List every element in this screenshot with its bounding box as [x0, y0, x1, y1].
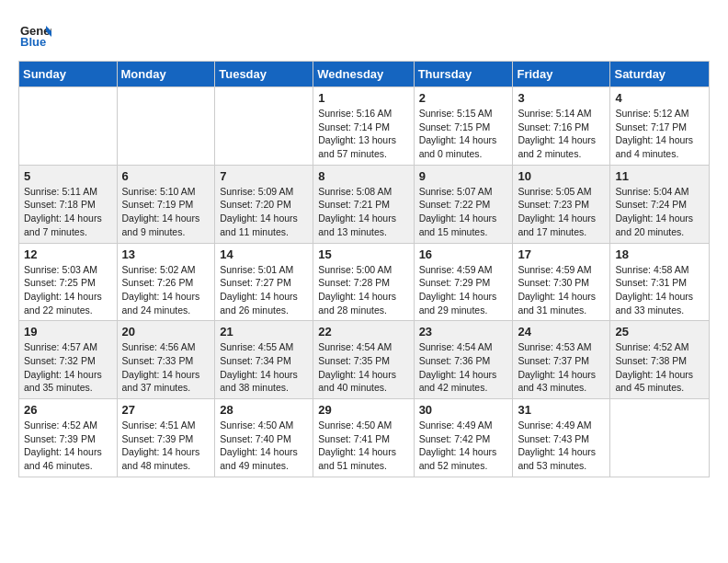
calendar-week-row: 1Sunrise: 5:16 AMSunset: 7:14 PMDaylight… [19, 87, 710, 166]
day-info: Sunrise: 4:53 AMSunset: 7:37 PMDaylight:… [518, 340, 605, 395]
calendar-cell: 11Sunrise: 5:04 AMSunset: 7:24 PMDayligh… [610, 165, 710, 243]
day-number: 31 [518, 403, 605, 417]
calendar-cell: 14Sunrise: 5:01 AMSunset: 7:27 PMDayligh… [215, 243, 313, 321]
svg-text:Blue: Blue [20, 35, 46, 49]
day-number: 7 [220, 169, 308, 183]
day-number: 24 [518, 325, 605, 339]
day-info: Sunrise: 4:52 AMSunset: 7:39 PMDaylight:… [24, 419, 112, 473]
day-info: Sunrise: 4:49 AMSunset: 7:43 PMDaylight:… [518, 419, 605, 473]
calendar-cell: 26Sunrise: 4:52 AMSunset: 7:39 PMDayligh… [19, 399, 118, 477]
day-number: 10 [518, 169, 605, 183]
calendar-cell: 29Sunrise: 4:50 AMSunset: 7:41 PMDayligh… [313, 399, 414, 477]
calendar-cell: 15Sunrise: 5:00 AMSunset: 7:28 PMDayligh… [313, 243, 414, 321]
calendar-cell: 16Sunrise: 4:59 AMSunset: 7:29 PMDayligh… [414, 243, 513, 321]
calendar-cell: 27Sunrise: 4:51 AMSunset: 7:39 PMDayligh… [117, 399, 215, 477]
calendar-cell: 21Sunrise: 4:55 AMSunset: 7:34 PMDayligh… [215, 321, 313, 399]
calendar-cell: 22Sunrise: 4:54 AMSunset: 7:35 PMDayligh… [313, 321, 414, 399]
day-number: 29 [318, 403, 408, 417]
day-info: Sunrise: 5:04 AMSunset: 7:24 PMDaylight:… [615, 185, 704, 239]
day-info: Sunrise: 5:08 AMSunset: 7:21 PMDaylight:… [318, 185, 408, 239]
calendar-cell: 23Sunrise: 4:54 AMSunset: 7:36 PMDayligh… [414, 321, 513, 399]
day-number: 14 [220, 247, 308, 261]
calendar-header-row: SundayMondayTuesdayWednesdayThursdayFrid… [19, 62, 710, 87]
calendar-cell: 3Sunrise: 5:14 AMSunset: 7:16 PMDaylight… [513, 87, 610, 166]
day-number: 12 [24, 247, 112, 261]
day-info: Sunrise: 5:05 AMSunset: 7:23 PMDaylight:… [518, 185, 605, 239]
day-number: 15 [318, 247, 408, 261]
day-info: Sunrise: 5:03 AMSunset: 7:25 PMDaylight:… [24, 263, 112, 317]
day-number: 20 [122, 325, 210, 339]
day-info: Sunrise: 5:09 AMSunset: 7:20 PMDaylight:… [220, 185, 308, 239]
day-number: 4 [615, 91, 704, 105]
day-info: Sunrise: 5:10 AMSunset: 7:19 PMDaylight:… [122, 185, 210, 239]
day-info: Sunrise: 5:02 AMSunset: 7:26 PMDaylight:… [122, 263, 210, 317]
page-header: General Blue [18, 18, 710, 52]
calendar-cell: 20Sunrise: 4:56 AMSunset: 7:33 PMDayligh… [117, 321, 215, 399]
calendar-table: SundayMondayTuesdayWednesdayThursdayFrid… [18, 61, 710, 477]
calendar-cell: 6Sunrise: 5:10 AMSunset: 7:19 PMDaylight… [117, 165, 215, 243]
day-number: 25 [615, 325, 704, 339]
day-info: Sunrise: 4:50 AMSunset: 7:40 PMDaylight:… [220, 419, 308, 473]
weekday-header: Wednesday [313, 62, 414, 87]
calendar-cell [19, 87, 118, 166]
calendar-cell [610, 399, 710, 477]
calendar-cell: 31Sunrise: 4:49 AMSunset: 7:43 PMDayligh… [513, 399, 610, 477]
day-info: Sunrise: 4:52 AMSunset: 7:38 PMDaylight:… [615, 340, 704, 395]
weekday-header: Monday [117, 62, 215, 87]
day-info: Sunrise: 4:59 AMSunset: 7:30 PMDaylight:… [518, 263, 605, 317]
day-number: 23 [419, 325, 508, 339]
day-info: Sunrise: 4:58 AMSunset: 7:31 PMDaylight:… [615, 263, 704, 317]
day-number: 6 [122, 169, 210, 183]
calendar-cell: 5Sunrise: 5:11 AMSunset: 7:18 PMDaylight… [19, 165, 118, 243]
day-info: Sunrise: 5:16 AMSunset: 7:14 PMDaylight:… [318, 107, 408, 161]
weekday-header: Sunday [19, 62, 118, 87]
calendar-cell: 19Sunrise: 4:57 AMSunset: 7:32 PMDayligh… [19, 321, 118, 399]
calendar-cell: 17Sunrise: 4:59 AMSunset: 7:30 PMDayligh… [513, 243, 610, 321]
calendar-cell: 2Sunrise: 5:15 AMSunset: 7:15 PMDaylight… [414, 87, 513, 166]
day-info: Sunrise: 5:00 AMSunset: 7:28 PMDaylight:… [318, 263, 408, 317]
day-number: 2 [419, 91, 508, 105]
day-info: Sunrise: 4:56 AMSunset: 7:33 PMDaylight:… [122, 340, 210, 395]
day-info: Sunrise: 4:50 AMSunset: 7:41 PMDaylight:… [318, 419, 408, 473]
calendar-cell: 4Sunrise: 5:12 AMSunset: 7:17 PMDaylight… [610, 87, 710, 166]
day-number: 13 [122, 247, 210, 261]
day-info: Sunrise: 5:12 AMSunset: 7:17 PMDaylight:… [615, 107, 704, 161]
day-number: 27 [122, 403, 210, 417]
day-number: 8 [318, 169, 408, 183]
calendar-cell: 12Sunrise: 5:03 AMSunset: 7:25 PMDayligh… [19, 243, 118, 321]
day-number: 1 [318, 91, 408, 105]
day-number: 11 [615, 169, 704, 183]
day-number: 16 [419, 247, 508, 261]
calendar-week-row: 5Sunrise: 5:11 AMSunset: 7:18 PMDaylight… [19, 165, 710, 243]
day-info: Sunrise: 4:57 AMSunset: 7:32 PMDaylight:… [24, 340, 112, 395]
day-number: 28 [220, 403, 308, 417]
day-info: Sunrise: 5:11 AMSunset: 7:18 PMDaylight:… [24, 185, 112, 239]
weekday-header: Friday [513, 62, 610, 87]
day-number: 19 [24, 325, 112, 339]
logo: General Blue [18, 18, 55, 52]
logo-icon: General Blue [18, 18, 51, 52]
day-info: Sunrise: 5:15 AMSunset: 7:15 PMDaylight:… [419, 107, 508, 161]
calendar-cell: 10Sunrise: 5:05 AMSunset: 7:23 PMDayligh… [513, 165, 610, 243]
day-info: Sunrise: 4:51 AMSunset: 7:39 PMDaylight:… [122, 419, 210, 473]
day-number: 30 [419, 403, 508, 417]
day-number: 21 [220, 325, 308, 339]
calendar-cell: 1Sunrise: 5:16 AMSunset: 7:14 PMDaylight… [313, 87, 414, 166]
day-info: Sunrise: 5:07 AMSunset: 7:22 PMDaylight:… [419, 185, 508, 239]
day-number: 17 [518, 247, 605, 261]
calendar-cell: 7Sunrise: 5:09 AMSunset: 7:20 PMDaylight… [215, 165, 313, 243]
calendar-week-row: 19Sunrise: 4:57 AMSunset: 7:32 PMDayligh… [19, 321, 710, 399]
calendar-cell: 18Sunrise: 4:58 AMSunset: 7:31 PMDayligh… [610, 243, 710, 321]
day-number: 18 [615, 247, 704, 261]
calendar-cell: 30Sunrise: 4:49 AMSunset: 7:42 PMDayligh… [414, 399, 513, 477]
calendar-cell: 8Sunrise: 5:08 AMSunset: 7:21 PMDaylight… [313, 165, 414, 243]
day-info: Sunrise: 4:54 AMSunset: 7:35 PMDaylight:… [318, 340, 408, 395]
calendar-cell [117, 87, 215, 166]
weekday-header: Thursday [414, 62, 513, 87]
day-info: Sunrise: 4:54 AMSunset: 7:36 PMDaylight:… [419, 340, 508, 395]
calendar-week-row: 12Sunrise: 5:03 AMSunset: 7:25 PMDayligh… [19, 243, 710, 321]
calendar-week-row: 26Sunrise: 4:52 AMSunset: 7:39 PMDayligh… [19, 399, 710, 477]
day-info: Sunrise: 5:01 AMSunset: 7:27 PMDaylight:… [220, 263, 308, 317]
day-number: 5 [24, 169, 112, 183]
calendar-cell: 24Sunrise: 4:53 AMSunset: 7:37 PMDayligh… [513, 321, 610, 399]
